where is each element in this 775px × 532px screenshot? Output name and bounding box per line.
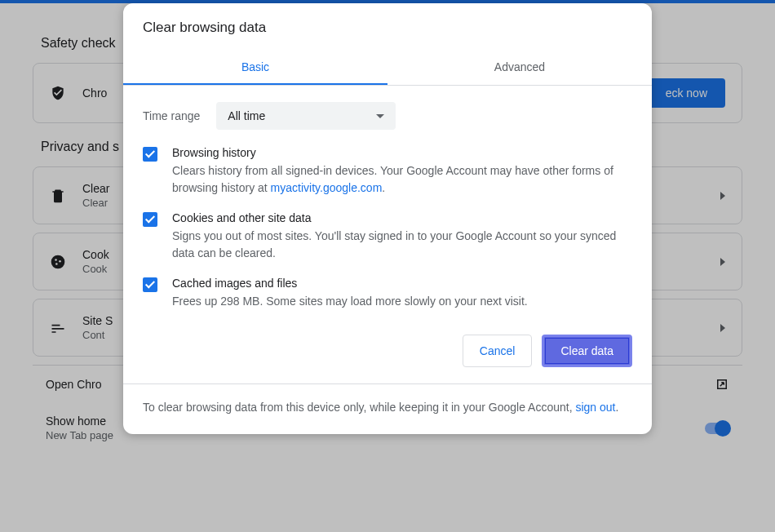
time-range-label: Time range [143,109,200,122]
time-range-dropdown[interactable]: All time [216,102,396,130]
cookie-icon [50,254,66,270]
new-tab-label: New Tab page [46,429,113,441]
option-desc: Clears history from all signed-in device… [172,162,632,197]
row-title: Cook [82,248,109,261]
chevron-right-icon [720,192,725,200]
checkbox-cache[interactable] [143,277,157,292]
row-sub: Cook [82,263,109,275]
chevron-down-icon [376,114,384,118]
trash-icon [50,188,66,204]
safety-check-text: Chro [82,86,107,100]
check-now-button[interactable]: eck now [648,78,725,108]
myactivity-link[interactable]: myactivity.google.com [271,181,383,194]
row-sub: Cont [82,329,113,341]
dialog-title: Clear browsing data [123,3,652,51]
checkbox-cookies[interactable] [143,212,157,227]
svg-point-0 [51,255,65,268]
option-desc: Frees up 298 MB. Some sites may load mor… [172,293,528,310]
chevron-right-icon [720,258,725,266]
show-home-toggle[interactable] [705,423,729,434]
clear-data-button[interactable]: Clear data [542,335,632,367]
row-sub: Clear [82,197,109,209]
svg-point-1 [55,259,57,261]
tab-advanced[interactable]: Advanced [388,51,652,85]
option-title: Cookies and other site data [172,211,632,224]
option-cookies: Cookies and other site data Signs you ou… [123,206,652,272]
row-title: Clear [82,182,109,195]
svg-point-2 [59,259,61,262]
option-title: Cached images and files [172,277,528,290]
show-home-label: Show home [46,415,113,428]
shield-icon [50,85,66,101]
option-browsing-history: Browsing history Clears history from all… [123,141,652,206]
option-title: Browsing history [172,146,632,159]
row-title: Site S [82,314,113,327]
option-desc: Signs you out of most sites. You'll stay… [172,228,632,262]
cancel-button[interactable]: Cancel [463,335,533,367]
tune-icon [50,320,66,336]
tab-bar: Basic Advanced [123,51,652,86]
svg-point-3 [55,263,58,265]
option-cache: Cached images and files Frees up 298 MB.… [123,272,652,320]
sign-out-link[interactable]: sign out [575,401,615,414]
footer-note: To clear browsing data from this device … [123,383,652,434]
tab-basic[interactable]: Basic [123,51,388,85]
open-external-icon [715,377,729,392]
open-chrome-label: Open Chro [46,378,101,391]
time-range-value: All time [228,109,265,122]
checkbox-browsing-history[interactable] [143,147,157,162]
clear-browsing-data-dialog: Clear browsing data Basic Advanced Time … [123,3,652,434]
chevron-right-icon [720,324,725,332]
